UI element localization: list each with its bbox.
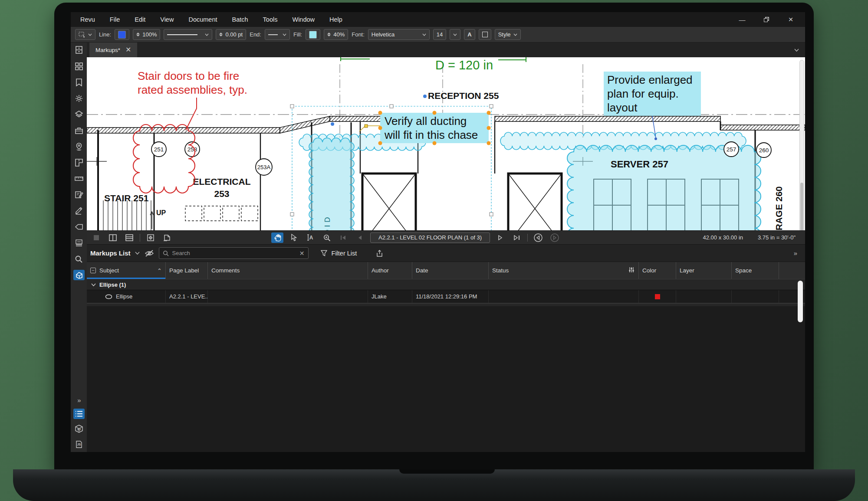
layers-icon[interactable] xyxy=(73,109,85,120)
font-size-dropdown[interactable] xyxy=(450,29,460,40)
line-style-dropdown[interactable] xyxy=(164,29,212,40)
column-space[interactable]: Space xyxy=(731,262,779,279)
next-page-icon[interactable] xyxy=(494,232,506,243)
tab-close-icon[interactable]: ✕ xyxy=(125,46,131,53)
studio-icon[interactable] xyxy=(73,270,85,280)
split-horizontal-icon[interactable] xyxy=(123,232,135,243)
line-width-spinner[interactable]: 0.00 pt xyxy=(216,29,246,40)
red-note-markup[interactable]: Stair doors to be fire rated assemblies,… xyxy=(138,69,247,130)
spinner-arrows-icon[interactable] xyxy=(327,33,331,36)
status-filter-icon[interactable] xyxy=(628,267,635,274)
menu-file[interactable]: File xyxy=(110,16,120,23)
chevron-down-icon[interactable] xyxy=(135,252,140,255)
spaces-icon[interactable] xyxy=(73,157,85,168)
3d-model-tree-icon[interactable]: 3D xyxy=(73,424,85,434)
control-point[interactable] xyxy=(423,95,427,98)
next-view-icon[interactable] xyxy=(549,232,561,243)
line-opacity-spinner[interactable]: 100% xyxy=(133,29,160,40)
markup-editor-icon[interactable] xyxy=(73,190,85,200)
line-end-dropdown[interactable] xyxy=(265,29,290,40)
menu-view[interactable]: View xyxy=(160,16,174,23)
panel-expand-chevrons[interactable]: » xyxy=(77,396,80,404)
column-color[interactable]: Color xyxy=(638,262,676,279)
markups-list-icon[interactable] xyxy=(73,409,85,419)
menu-batch[interactable]: Batch xyxy=(232,16,248,23)
places-pin-icon[interactable] xyxy=(73,141,85,152)
markup-row-ellipse[interactable]: Ellipse A2.2.1 - LEVE... JLake 11/18/202… xyxy=(87,290,805,303)
search-icon[interactable] xyxy=(73,254,85,264)
clear-search-icon[interactable]: ✕ xyxy=(299,250,305,257)
green-dimension-markup[interactable]: D = 120 in xyxy=(341,57,526,72)
menu-window[interactable]: Window xyxy=(292,16,315,23)
tab-markups[interactable]: Markups* ✕ xyxy=(89,43,137,57)
column-comments[interactable]: Comments xyxy=(207,262,368,279)
sync-views-icon[interactable] xyxy=(145,232,157,243)
export-summary-icon[interactable] xyxy=(376,249,383,257)
previous-page-icon[interactable] xyxy=(354,232,366,243)
spinner-arrows-icon[interactable] xyxy=(136,33,140,36)
menu-document[interactable]: Document xyxy=(188,16,217,23)
spinner-arrows-icon[interactable] xyxy=(219,33,223,36)
canvas-scrollbar-thumb[interactable] xyxy=(800,183,803,230)
cloud-markup-chase[interactable] xyxy=(309,138,354,230)
close-button[interactable]: × xyxy=(784,15,797,24)
column-layer[interactable]: Layer xyxy=(676,262,731,279)
first-page-icon[interactable] xyxy=(337,232,349,243)
font-family-dropdown[interactable]: Helvetica xyxy=(368,29,430,40)
menu-help[interactable]: Help xyxy=(329,16,342,23)
thumbnails-icon[interactable] xyxy=(73,61,85,72)
previous-view-icon[interactable] xyxy=(532,232,544,243)
sets-icon[interactable] xyxy=(73,238,85,248)
green-dimension-text[interactable]: D = 120 in xyxy=(435,58,493,72)
column-date[interactable]: Date xyxy=(412,262,488,279)
group-row-ellipse[interactable]: Ellipse (1) xyxy=(87,279,805,290)
control-point[interactable] xyxy=(331,122,334,126)
fill-color-button[interactable] xyxy=(306,29,320,40)
column-status[interactable]: Status xyxy=(488,262,638,279)
red-cloud-markup[interactable] xyxy=(133,124,195,193)
javascript-icon[interactable]: JS xyxy=(73,439,85,449)
filter-list-label[interactable]: Filter List xyxy=(332,250,357,257)
drawing-canvas[interactable]: STAIR 251 UP ELECTRICAL 253 STORAGE 253A… xyxy=(87,57,805,230)
minimize-button[interactable]: — xyxy=(736,15,749,24)
menu-edit[interactable]: Edit xyxy=(135,16,145,23)
last-page-icon[interactable] xyxy=(511,232,523,243)
column-subject[interactable]: − Subject ⌃ xyxy=(87,262,165,279)
callout-equipment[interactable]: Provide enlarged plan for equip. layout xyxy=(604,72,701,140)
single-page-view-icon[interactable] xyxy=(90,232,102,243)
canvas-scrollbar[interactable] xyxy=(799,60,804,230)
menu-revu[interactable]: Revu xyxy=(80,16,95,23)
select-tool[interactable] xyxy=(288,232,300,243)
hide-markups-icon[interactable] xyxy=(144,249,155,257)
autosize-text-button[interactable]: A xyxy=(464,29,475,40)
filter-funnel-icon[interactable] xyxy=(321,250,327,256)
line-color-button[interactable] xyxy=(115,29,129,40)
markups-search-box[interactable]: ✕ xyxy=(159,247,309,259)
zoom-tool[interactable] xyxy=(321,232,333,243)
tool-chest-icon[interactable] xyxy=(73,125,85,136)
properties-gear-icon[interactable] xyxy=(73,93,85,104)
font-size-field[interactable]: 14 xyxy=(433,29,446,40)
cell-color[interactable] xyxy=(638,290,676,303)
style-dropdown[interactable]: Style xyxy=(495,29,521,40)
flags-tag-icon[interactable] xyxy=(73,222,85,232)
page-label-button[interactable]: A2.2.1 - LEVEL 02 FLOOR PLAN (1 of 3) xyxy=(370,232,490,243)
column-page-label[interactable]: Page Label xyxy=(165,262,207,279)
selection-tool-dropdown[interactable] xyxy=(75,29,95,40)
column-author[interactable]: Author xyxy=(368,262,412,279)
fill-opacity-spinner[interactable]: 40% xyxy=(324,29,348,40)
file-access-icon[interactable] xyxy=(71,43,87,57)
table-scrollbar[interactable] xyxy=(798,281,803,322)
text-box-button[interactable] xyxy=(479,29,491,40)
toolbar-overflow-chevron[interactable] xyxy=(794,43,805,57)
restore-button[interactable] xyxy=(760,15,773,24)
panel-collapse-chevrons[interactable]: » xyxy=(794,249,802,257)
measure-ruler-icon[interactable] xyxy=(73,174,85,184)
select-text-tool[interactable]: A xyxy=(304,232,316,243)
group-collapse-chevron[interactable] xyxy=(91,283,96,286)
cloud-markup-server-room[interactable] xyxy=(567,145,761,230)
search-input[interactable] xyxy=(172,250,296,256)
split-vertical-icon[interactable] xyxy=(107,232,119,243)
color-swatch-red[interactable] xyxy=(655,294,660,299)
approve-stamp-icon[interactable] xyxy=(73,206,85,216)
